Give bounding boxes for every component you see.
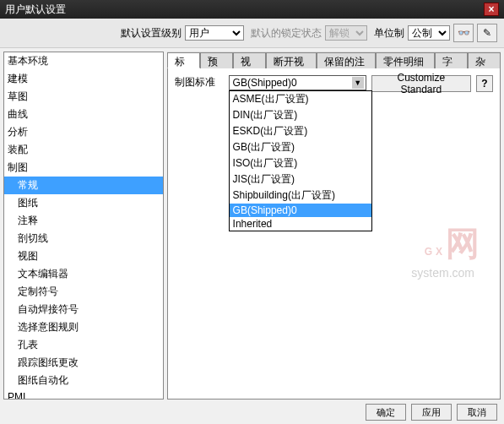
sidebar-item[interactable]: 分析 — [4, 123, 163, 141]
watermark-sub: system.com — [411, 266, 474, 280]
dropdown-option[interactable]: ISO(出厂设置) — [230, 155, 371, 171]
sidebar-item[interactable]: 基本环境 — [4, 52, 163, 70]
tab-panel-standard: 制图标准 GB(Shipped)0 ▼ ASME(出厂设置)DIN(出厂设置)E… — [167, 68, 501, 400]
tab[interactable]: 零件明细表 — [376, 52, 435, 68]
unit-label: 单位制 — [374, 26, 404, 41]
dropdown-selected[interactable]: GB(Shipped)0 ▼ — [229, 75, 366, 90]
unit-select[interactable]: 公制 — [408, 25, 450, 41]
sidebar-item[interactable]: 视图 — [4, 247, 163, 265]
tab[interactable]: 视图 — [233, 52, 266, 68]
tab[interactable]: 字体 — [435, 52, 468, 68]
sidebar-item[interactable]: 建模 — [4, 70, 163, 88]
customize-standard-button[interactable]: Customize Standard — [371, 75, 471, 92]
sidebar-item[interactable]: PMI — [4, 389, 163, 400]
dropdown-option[interactable]: GB(出厂设置) — [230, 139, 371, 155]
watermark: GX网 — [425, 211, 483, 267]
close-icon: × — [488, 0, 494, 19]
dropdown-option[interactable]: Inherited — [230, 217, 371, 231]
apply-button[interactable]: 应用 — [411, 404, 452, 421]
tab[interactable]: 杂项 — [468, 52, 501, 68]
dropdown-option[interactable]: ASME(出厂设置) — [230, 91, 371, 107]
dropdown-option[interactable]: Shipbuilding(出厂设置) — [230, 188, 371, 204]
sidebar-item[interactable]: 草图 — [4, 88, 163, 106]
sidebar-item[interactable]: 图纸 — [4, 194, 163, 212]
lock-select: 解锁 — [325, 25, 367, 41]
sidebar-item[interactable]: 孔表 — [4, 336, 163, 354]
dropdown-value: GB(Shipped)0 — [233, 77, 297, 89]
level-select[interactable]: 用户 — [185, 25, 244, 41]
dropdown-option[interactable]: ESKD(出厂设置) — [230, 123, 371, 139]
help-button[interactable]: ? — [476, 75, 493, 92]
sidebar-tree[interactable]: 基本环境建模草图曲线分析装配制图常规图纸注释剖切线视图文本编辑器定制符号自动焊接… — [3, 52, 164, 400]
window-title: 用户默认设置 — [5, 0, 66, 19]
sidebar-item[interactable]: 定制符号 — [4, 283, 163, 301]
tool-icon: ✎ — [483, 27, 491, 39]
tool-button-1[interactable]: 👓 — [453, 24, 474, 42]
sidebar-item[interactable]: 注释 — [4, 212, 163, 230]
main-area: 基本环境建模草图曲线分析装配制图常规图纸注释剖切线视图文本编辑器定制符号自动焊接… — [0, 48, 504, 403]
content-area: 标准预览视图断开视图保留的注释零件明细表字体杂项 制图标准 GB(Shipped… — [167, 52, 501, 400]
dropdown-list[interactable]: ASME(出厂设置)DIN(出厂设置)ESKD(出厂设置)GB(出厂设置)ISO… — [229, 90, 372, 231]
field-label-standard: 制图标准 — [175, 75, 224, 90]
sidebar-item[interactable]: 图纸自动化 — [4, 372, 163, 389]
level-label: 默认设置级别 — [121, 26, 182, 41]
dropdown-option[interactable]: JIS(出厂设置) — [230, 171, 371, 188]
sidebar-item[interactable]: 自动焊接符号 — [4, 301, 163, 318]
sidebar-item[interactable]: 剖切线 — [4, 230, 163, 247]
lock-label: 默认的锁定状态 — [251, 26, 322, 41]
chevron-down-icon: ▼ — [352, 77, 364, 89]
close-button[interactable]: × — [484, 3, 499, 16]
cancel-button[interactable]: 取消 — [457, 404, 497, 421]
sidebar-item[interactable]: 装配 — [4, 141, 163, 159]
tool-icon: 👓 — [458, 27, 470, 39]
title-bar: 用户默认设置 × — [0, 0, 504, 19]
tool-button-2[interactable]: ✎ — [477, 24, 497, 42]
standard-dropdown[interactable]: GB(Shipped)0 ▼ ASME(出厂设置)DIN(出厂设置)ESKD(出… — [229, 75, 366, 90]
tab[interactable]: 标准 — [167, 52, 200, 68]
sidebar-item[interactable]: 曲线 — [4, 106, 163, 123]
ok-button[interactable]: 确定 — [366, 404, 406, 421]
sidebar-item[interactable]: 跟踪图纸更改 — [4, 354, 163, 372]
sidebar-item[interactable]: 制图 — [4, 159, 163, 177]
sidebar-item[interactable]: 文本编辑器 — [4, 265, 163, 283]
sidebar-item[interactable]: 常规 — [4, 177, 163, 194]
tab[interactable]: 预览 — [200, 52, 233, 68]
dialog-footer: 确定 应用 取消 — [366, 404, 497, 421]
dropdown-option[interactable]: DIN(出厂设置) — [230, 107, 371, 123]
dropdown-option[interactable]: GB(Shipped)0 — [230, 204, 371, 217]
tab[interactable]: 保留的注释 — [317, 52, 376, 68]
tab[interactable]: 断开视图 — [266, 52, 317, 68]
sidebar-item[interactable]: 选择意图规则 — [4, 318, 163, 336]
toolbar: 默认设置级别 用户 默认的锁定状态 解锁 单位制 公制 👓 ✎ — [0, 19, 504, 48]
tab-bar: 标准预览视图断开视图保留的注释零件明细表字体杂项 — [167, 52, 501, 68]
